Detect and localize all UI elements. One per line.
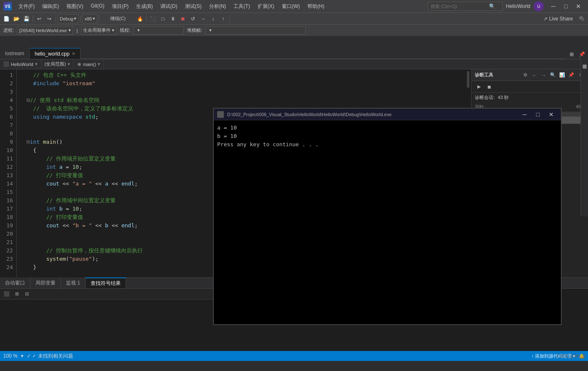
panel-settings-btn[interactable]: ⚙ [521,71,530,79]
ln-11: 11 [0,155,13,163]
tab-iostream-label: iostream [5,51,24,56]
stop-button[interactable]: ⏹ [178,14,188,23]
menu-bar: 文件(F) 编辑(E) 视图(V) Git(G) 项目(P) 生成(B) 调试(… [15,2,328,11]
bottom-tab-auto[interactable]: 自动窗口 [0,277,30,288]
tab-close-icon[interactable]: ✕ [72,51,75,56]
console-close[interactable]: ✕ [545,108,558,121]
ln-5: 5 [0,104,13,113]
menu-test[interactable]: 测试(S) [182,2,205,11]
pause-button[interactable]: ⏸ [168,14,177,23]
live-share-button[interactable]: ↗ Live Share [540,15,576,23]
panel-nav-back[interactable]: ← [530,71,539,79]
menu-debug[interactable]: 调试(D) [157,2,181,11]
menu-window[interactable]: 窗口(W) [279,2,303,11]
undo-button[interactable]: ↩ [35,14,44,23]
bottom-tab-watch[interactable]: 监视 1 [61,277,86,288]
editor-nav: ⬛ HelloWorld ▾ (全局范围) ▾ ◉ main() ▾ + [0,59,588,69]
ln-22: 22 [0,246,13,255]
scrollbar-thumb[interactable] [467,71,469,88]
stack-dropdown[interactable]: ▾ [205,26,306,35]
maximize-button[interactable]: □ [560,0,572,13]
ln-21: 21 [0,238,13,246]
process-dropdown[interactable]: [26540] HelloWorld.exe ▾ [17,26,73,35]
tb-btn-1[interactable]: ⬛ [148,14,157,23]
ln-9: 9 [0,138,13,146]
platform-label: x86 [84,16,92,21]
nav-function-label: main() [83,62,96,67]
nav-project[interactable]: ⬛ HelloWorld ▾ [0,59,41,69]
find-symbol-btn-3[interactable]: ⊟ [23,290,31,298]
step-into[interactable]: ↓ [208,14,218,23]
nav-scope-label: (全局范围) [45,61,66,67]
thread-dropdown[interactable]: ▾ [134,26,184,35]
debug-config-arrow: ▾ [74,16,76,21]
close-button[interactable]: ✕ [572,0,585,13]
panel-search-btn[interactable]: 🔍 [549,71,557,79]
toolbar-separator-6 [229,15,230,22]
console-title-left: D:\002_Project\006_Visual_Studio\HelloWo… [217,111,392,118]
minimize-button[interactable]: ─ [547,0,560,13]
ln-10: 10 [0,146,13,155]
console-window[interactable]: D:\002_Project\006_Visual_Studio\HelloWo… [213,108,562,325]
zoom-level[interactable]: 100 % [3,353,18,359]
editor-split-button[interactable]: ⊞ [567,50,576,59]
continue-button[interactable]: 继续(C) [101,14,134,23]
menu-file[interactable]: 文件(F) [15,2,38,11]
ln-17: 17 [0,205,13,213]
debug-config-dropdown[interactable]: Debug ▾ [58,14,79,23]
live-share-icon: ↗ [543,16,547,22]
zoom-area: 100 % ▾ ✓ ✓ 未找到相关问题 [0,351,76,361]
console-app-icon [217,111,224,118]
ln-16: 16 [0,196,13,205]
user-avatar[interactable]: U [534,1,544,11]
bottom-tab-find-symbol[interactable]: 查找符号结果 [86,277,126,288]
tb-btn-2[interactable]: □ [158,14,167,23]
no-issues-label[interactable]: ✓ ✓ 未找到相关问题 [27,353,73,360]
nav-scope[interactable]: (全局范围) ▾ [41,59,74,69]
new-file-button[interactable]: 📄 [2,14,11,23]
menu-help[interactable]: 帮助(H) [304,2,328,11]
menu-project[interactable]: 项目(P) [109,2,132,11]
nav-function[interactable]: ◉ main() ▾ [74,59,104,69]
extension-button[interactable]: 🔌 [577,14,586,23]
title-bar: VS 文件(F) 编辑(E) 视图(V) Git(G) 项目(P) 生成(B) … [0,0,588,13]
menu-analyze[interactable]: 分析(N) [206,2,230,11]
lifecycle-dropdown[interactable]: 生命周期事件 ▾ [81,26,117,35]
diag-stop-btn[interactable]: ⏹ [485,83,493,91]
ln-19: 19 [0,221,13,230]
menu-view[interactable]: 视图(V) [63,2,86,11]
bottom-tab-locals[interactable]: 局部变量 [30,277,61,288]
debug-config-label: Debug [60,16,73,21]
platform-dropdown[interactable]: x86 ▾ [82,14,97,23]
ln-18: 18 [0,213,13,221]
menu-tools[interactable]: 工具(T) [230,2,253,11]
stack-label: 堆栈帧: [187,27,202,33]
search-box[interactable]: 🔍 [428,2,503,11]
tab-iostream[interactable]: iostream [0,48,30,59]
open-file-button[interactable]: 📂 [12,14,21,23]
panel-pin-btn[interactable]: 📌 [567,71,575,79]
menu-edit[interactable]: 编辑(E) [39,2,62,11]
panel-nav-fwd[interactable]: → [540,71,548,79]
restart-button[interactable]: ↺ [188,14,198,23]
console-maximize[interactable]: □ [532,108,544,121]
zoom-arrow: ▾ [21,353,23,359]
step-over[interactable]: → [198,14,208,23]
save-button[interactable]: 💾 [22,14,31,23]
panel-chart-btn[interactable]: 📊 [558,71,566,79]
menu-git[interactable]: Git(G) [87,2,108,11]
fire-button[interactable]: 🔥 [135,14,144,23]
ln-2: 2 [0,79,13,88]
find-symbol-btn-1[interactable]: ⬛ [3,290,11,298]
redo-button[interactable]: ↪ [45,14,54,23]
search-input[interactable] [431,4,489,9]
diag-play-btn[interactable]: ▶ [475,83,483,91]
menu-extensions[interactable]: 扩展(X) [254,2,278,11]
step-out[interactable]: ↑ [218,14,228,23]
find-symbol-btn-2[interactable]: ⊞ [13,290,21,298]
menu-build[interactable]: 生成(B) [133,2,156,11]
console-line-3: Press any key to continue . . . [217,140,558,149]
process-arrow: ▾ [68,28,71,33]
tab-hello-world[interactable]: hello_world.cpp ✕ [30,48,81,59]
console-minimize[interactable]: ─ [518,108,531,121]
